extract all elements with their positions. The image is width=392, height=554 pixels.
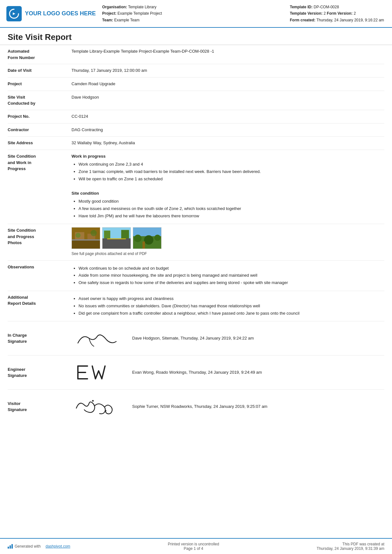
svg-rect-9 bbox=[102, 238, 131, 249]
photo-2 bbox=[102, 227, 131, 249]
field-conducted-by: Site VisitConducted by Dave Hodgson bbox=[8, 91, 384, 110]
list-item: A few issues and messiness on the south … bbox=[79, 206, 384, 212]
value-conducted-by: Dave Hodgson bbox=[72, 94, 384, 101]
bar-2 bbox=[10, 545, 11, 549]
svg-point-19 bbox=[154, 235, 161, 241]
label-visitor: VisitorSignature bbox=[8, 401, 72, 413]
field-contractor: Contractor DAG Contracting bbox=[8, 124, 384, 137]
project-label: Project: bbox=[102, 11, 117, 16]
value-date: Thursday, 17 January 2019, 12:00:00 am bbox=[72, 67, 384, 74]
value-project-no: CC-0124 bbox=[72, 113, 384, 120]
value-additional: Asset owner is happy with progress and c… bbox=[72, 294, 384, 318]
bars-icon bbox=[8, 544, 13, 549]
logo-text: YOUR LOGO GOES HERE bbox=[25, 10, 96, 17]
photo-1 bbox=[72, 227, 100, 249]
logo-icon bbox=[6, 6, 22, 21]
svg-point-6 bbox=[76, 233, 81, 238]
list-item: One safety issue in regards to how some … bbox=[79, 280, 384, 286]
team-label: Team: bbox=[102, 18, 113, 22]
list-item: Will be open to traffic on Zone 1 as sch… bbox=[79, 176, 384, 183]
value-site-condition: Work in progress Work continuing on Zone… bbox=[72, 153, 384, 221]
field-photos: Site Conditionand ProgressPhotos bbox=[8, 224, 384, 260]
field-date-of-visit: Date of Visit Thursday, 17 January 2019,… bbox=[8, 64, 384, 78]
label-site-address: Site Address bbox=[8, 140, 72, 146]
value-automated: Template Library-Example Template Projec… bbox=[72, 48, 384, 55]
svg-rect-2 bbox=[72, 240, 100, 249]
svg-rect-10 bbox=[107, 238, 126, 239]
header-meta: Organisation: Template Library Project: … bbox=[102, 4, 283, 23]
template-version-value: 2 bbox=[324, 11, 326, 16]
footer-uncontrolled: Printed version is uncontrolledPage 1 of… bbox=[168, 542, 219, 551]
field-additional-details: AdditionalReport Details Asset owner is … bbox=[8, 291, 384, 321]
label-contractor: Contractor bbox=[8, 127, 72, 133]
form-version-value: 2 bbox=[354, 11, 356, 16]
footer-left: Generated with dashpivot.com bbox=[8, 544, 70, 549]
sig-in-charge-text: Dave Hodgson, Sitemate, Thursday, 24 Jan… bbox=[132, 335, 254, 342]
field-visitor-sig: VisitorSignature Sophie Turner, NSW Road… bbox=[8, 390, 384, 423]
field-project-no: Project No. CC-0124 bbox=[8, 110, 384, 124]
list-item: Work continues to be on schedule and on … bbox=[79, 265, 384, 272]
label-automated: AutomatedForm Number bbox=[8, 48, 72, 61]
field-observations: Observations Work continues to be on sch… bbox=[8, 261, 384, 291]
dashpivot-link[interactable]: dashpivot.com bbox=[46, 544, 70, 549]
field-project: Project Camden Road Upgrade bbox=[8, 78, 384, 91]
sig-engineer-text: Evan Wong, Roado Workings, Thursday, 24 … bbox=[132, 369, 262, 376]
value-in-charge-sig: Dave Hodgson, Sitemate, Thursday, 24 Jan… bbox=[72, 327, 384, 349]
content: AutomatedForm Number Template Library-Ex… bbox=[0, 45, 392, 481]
svg-point-25 bbox=[92, 400, 94, 402]
org-label: Organisation: bbox=[102, 5, 127, 9]
svg-point-18 bbox=[144, 236, 153, 245]
label-project-no: Project No. bbox=[8, 113, 72, 120]
label-date: Date of Visit bbox=[8, 67, 72, 74]
list-item: Work continuing on Zone 2,3 and 4 bbox=[79, 161, 384, 168]
list-item: No issues with communities or stakeholde… bbox=[79, 303, 384, 310]
page: YOUR LOGO GOES HERE Organisation: Templa… bbox=[0, 0, 392, 554]
site-condition-list: Mostly good condition A few issues and m… bbox=[72, 198, 384, 219]
label-project: Project bbox=[8, 81, 72, 87]
value-site-address: 32 Wallaby Way, Sydney, Australia bbox=[72, 140, 384, 146]
footer: Generated with dashpivot.com Printed ver… bbox=[0, 538, 392, 554]
additional-list: Asset owner is happy with progress and c… bbox=[72, 296, 384, 317]
photos-row bbox=[72, 227, 384, 249]
generated-text: Generated with bbox=[15, 544, 41, 549]
svg-point-7 bbox=[91, 230, 97, 236]
bar-3 bbox=[11, 544, 13, 549]
sig-visitor-text: Sophie Turner, NSW Roadworks, Thursday, … bbox=[132, 403, 268, 410]
form-created-label: Form created: bbox=[290, 18, 315, 22]
field-automated-form: AutomatedForm Number Template Library-Ex… bbox=[8, 45, 384, 64]
project-value: Example Template Project bbox=[117, 11, 162, 16]
label-engineer: EngineerSignature bbox=[8, 366, 72, 379]
photo-3 bbox=[133, 227, 162, 249]
header-right: Template ID: DP-COM-0028 Template Versio… bbox=[290, 4, 386, 23]
list-item: Did get one complaint from a traffic con… bbox=[79, 310, 384, 317]
label-in-charge: In ChargeSignature bbox=[8, 332, 72, 345]
field-site-condition: Site Conditionand Work inProgress Work i… bbox=[8, 150, 384, 224]
work-progress-list: Work continuing on Zone 2,3 and 4 Zone 1… bbox=[72, 161, 384, 182]
value-engineer-sig: Evan Wong, Roado Workings, Thursday, 24 … bbox=[72, 361, 384, 384]
list-item: Aside from some minor housekeeping, the … bbox=[79, 272, 384, 279]
sig-engineer-img bbox=[72, 361, 123, 384]
value-project: Camden Road Upgrade bbox=[72, 81, 384, 87]
label-photos: Site Conditionand ProgressPhotos bbox=[8, 227, 72, 246]
observations-list: Work continues to be on schedule and on … bbox=[72, 265, 384, 286]
sig-in-charge-img bbox=[72, 327, 123, 349]
template-id-value: DP-COM-0028 bbox=[313, 5, 339, 9]
svg-rect-12 bbox=[104, 231, 110, 238]
value-contractor: DAG Contracting bbox=[72, 127, 384, 133]
template-version-label: Template Version: bbox=[290, 11, 322, 16]
value-observations: Work continues to be on schedule and on … bbox=[72, 264, 384, 288]
svg-point-17 bbox=[134, 235, 141, 242]
bar-1 bbox=[8, 547, 9, 549]
label-conducted-by: Site VisitConducted by bbox=[8, 94, 72, 107]
header: YOUR LOGO GOES HERE Organisation: Templa… bbox=[0, 0, 392, 28]
svg-rect-20 bbox=[142, 242, 145, 249]
field-in-charge-sig: In ChargeSignature Dave Hodgson, Sitemat… bbox=[8, 321, 384, 356]
footer-created: This PDF was created atThursday, 24 Janu… bbox=[317, 542, 384, 551]
site-condition-heading: Site condition bbox=[72, 190, 384, 197]
field-site-address: Site Address 32 Wallaby Way, Sydney, Aus… bbox=[8, 137, 384, 150]
report-title: Site Visit Report bbox=[0, 28, 392, 45]
label-observations: Observations bbox=[8, 264, 72, 270]
label-additional: AdditionalReport Details bbox=[8, 294, 72, 307]
org-value: Template Library bbox=[128, 5, 156, 9]
template-id-label: Template ID: bbox=[290, 5, 313, 9]
